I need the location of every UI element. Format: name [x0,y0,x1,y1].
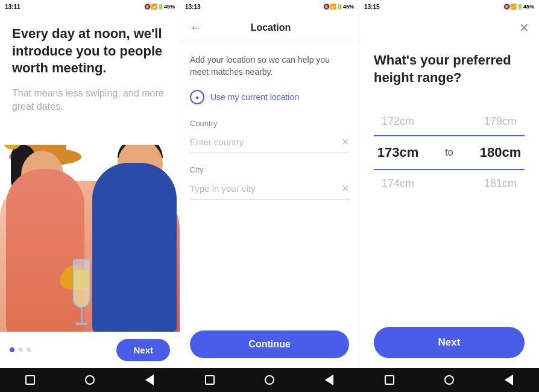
use-location-button[interactable]: ● Use my current location [190,90,349,104]
city-field[interactable]: Type in your city ✕ [190,178,349,200]
height-header: ✕ [359,13,539,42]
time-2: 13:13 [185,4,201,10]
height-row-3[interactable]: 174cm 181cm [374,170,525,197]
panel-intro: 13:11 🔇📶🔋45% Every day at noon, we'll in… [0,0,180,368]
next-button-3[interactable]: Next [374,327,525,358]
nav-square-1[interactable] [24,373,37,387]
city-placeholder: Type in your city [190,183,255,194]
nav-square-3[interactable] [383,373,396,387]
height-left-3: 174cm [374,177,422,190]
dot-3 [27,347,31,352]
height-picker: 172cm 179cm 173cm to 180cm 174cm 181cm [374,108,525,197]
use-location-label: Use my current location [210,92,299,102]
status-bar-3: 13:15 🔇📶🔋45% [359,0,539,13]
panel-location: 13:13 🔇📶🔋45% ← Location Add your locatio… [180,0,359,368]
intro-headline: Every day at noon, we'll introduce you t… [12,25,168,77]
nav-back-3[interactable] [502,373,515,387]
height-title: What's your preferred height range? [374,52,525,86]
city-label: City [190,165,349,174]
country-placeholder: Enter country [190,137,244,147]
height-right-1: 179cm [476,115,525,128]
nav-circle-1[interactable] [83,373,96,387]
battery-3: 🔇📶🔋45% [503,4,534,10]
nav-back-2[interactable] [323,373,336,387]
height-left-2: 173cm [374,145,422,160]
panel-height: 13:15 🔇📶🔋45% ✕ What's your preferred hei… [359,0,539,368]
location-header: ← Location [180,13,359,42]
status-bar-1: 13:11 🔇📶🔋45% [0,0,180,13]
height-body: What's your preferred height range? 172c… [359,42,539,320]
nav-circle-2[interactable] [263,373,276,387]
time-3: 13:15 [364,4,380,10]
time-1: 13:11 [5,4,20,10]
country-field[interactable]: Enter country ✕ [190,131,349,153]
location-title: Location [207,22,335,33]
location-icon: ● [190,90,204,104]
close-button[interactable]: ✕ [519,21,529,35]
height-left-1: 172cm [374,115,422,128]
intro-subtext: That means less swiping, and more great … [12,87,168,114]
location-description: Add your location so we can help you mee… [190,54,349,78]
location-body: Add your location so we can help you mee… [180,42,359,323]
height-right-3: 181cm [476,177,525,190]
continue-button[interactable]: Continue [190,330,349,358]
height-footer: Next [359,320,539,368]
status-bar-2: 13:13 🔇📶🔋45% [180,0,359,13]
panel1-bottom-bar: Next [0,332,180,368]
page-dots [10,347,31,352]
dot-1 [10,347,14,352]
nav-back-1[interactable] [143,373,156,387]
battery-2: 🔇📶🔋45% [323,4,354,10]
country-clear-icon[interactable]: ✕ [341,136,349,148]
back-button[interactable]: ← [190,21,202,34]
height-row-2[interactable]: 173cm to 180cm [374,135,525,170]
bottom-navigation [0,368,539,392]
height-row-1[interactable]: 172cm 179cm [374,108,525,135]
height-connector-2: to [445,147,453,158]
country-label: Country [190,119,349,128]
city-clear-icon[interactable]: ✕ [341,183,349,194]
dot-2 [18,347,23,352]
next-button-1[interactable]: Next [116,339,170,361]
nav-circle-3[interactable] [443,373,456,387]
illustration [0,145,180,338]
location-footer: Continue [180,323,359,368]
height-right-2: 180cm [476,145,525,160]
battery-1: 🔇📶🔋45% [144,4,175,10]
nav-square-2[interactable] [203,373,216,387]
